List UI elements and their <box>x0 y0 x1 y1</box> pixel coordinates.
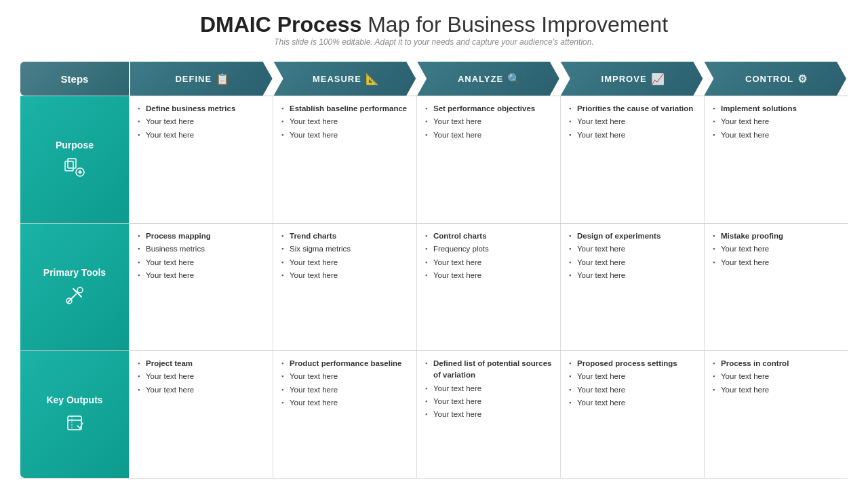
chevron-measure: MEASURE 📐 <box>274 62 416 96</box>
purpose-measure-cell: Establish baseline performance Your text… <box>273 96 416 223</box>
chevron-control-label: CONTROL ⚙ <box>745 73 808 85</box>
svg-point-8 <box>77 287 83 293</box>
outputs-row-header: Key Outputs <box>20 351 129 478</box>
analyze-label: ANALYZE <box>458 74 503 84</box>
purpose-icon <box>62 156 87 180</box>
tools-row-header: Primary Tools <box>20 224 129 350</box>
body-rows: Purpose Define business metrics Your tex… <box>20 96 848 479</box>
title-bold: DMAIC Process <box>200 12 361 37</box>
svg-rect-0 <box>65 161 73 171</box>
outputs-define-cell: Project team Your text here Your text he… <box>129 351 273 478</box>
chevron-improve: IMPROVE 📈 <box>561 62 703 96</box>
page-title: DMAIC Process Map for Business Improveme… <box>20 12 848 37</box>
steps-header: Steps <box>20 62 129 96</box>
outputs-icon <box>62 411 87 435</box>
title-area: DMAIC Process Map for Business Improveme… <box>20 12 848 59</box>
tools-define-cell: Process mapping Business metrics Your te… <box>129 224 273 350</box>
title-normal: Map for Business Improvement <box>361 12 668 37</box>
chevron-control: CONTROL ⚙ <box>704 62 846 96</box>
chevron-improve-label: IMPROVE 📈 <box>601 73 665 85</box>
table-wrapper: Steps DEFINE 📋 MEASURE 📐 <box>20 62 848 479</box>
outputs-control-cell: Process in control Your text here Your t… <box>704 351 848 478</box>
purpose-improve-cell: Priorities the cause of variation Your t… <box>560 96 704 223</box>
outputs-label: Key Outputs <box>46 394 102 405</box>
improve-label: IMPROVE <box>601 74 647 84</box>
outputs-measure-cell: Product performance baseline Your text h… <box>273 351 416 478</box>
purpose-analyze-cell: Set performance objectives Your text her… <box>416 96 560 223</box>
improve-icon: 📈 <box>651 73 665 85</box>
tools-improve-cell: Design of experiments Your text here You… <box>560 224 704 350</box>
tools-control-cell: Mistake proofing Your text here Your tex… <box>704 224 848 350</box>
control-icon: ⚙ <box>797 73 808 85</box>
purpose-control-cell: Implement solutions Your text here Your … <box>704 96 848 223</box>
chevron-analyze: ANALYZE 🔍 <box>417 62 559 96</box>
measure-icon: 📐 <box>366 73 380 85</box>
tools-icon <box>62 283 87 308</box>
header-row: Steps DEFINE 📋 MEASURE 📐 <box>20 62 848 96</box>
purpose-row-header: Purpose <box>20 96 129 223</box>
chevron-measure-label: MEASURE 📐 <box>313 73 380 85</box>
subtitle: This slide is 100% editable. Adapt it to… <box>20 37 848 47</box>
tools-measure-cell: Trend charts Six sigma metrics Your text… <box>273 224 416 350</box>
analyze-icon: 🔍 <box>507 73 521 85</box>
purpose-row: Purpose Define business metrics Your tex… <box>20 96 848 223</box>
measure-label: MEASURE <box>313 74 361 84</box>
purpose-label: Purpose <box>56 140 94 150</box>
define-icon: 📋 <box>216 73 230 85</box>
chevron-define-label: DEFINE 📋 <box>175 73 230 85</box>
outputs-row: Key Outputs Project team Your text here … <box>20 350 848 479</box>
chevron-analyze-label: ANALYZE 🔍 <box>458 73 521 85</box>
svg-rect-1 <box>68 159 76 168</box>
tools-label: Primary Tools <box>43 267 106 278</box>
page: DMAIC Process Map for Business Improveme… <box>0 0 868 488</box>
purpose-define-cell: Define business metrics Your text here Y… <box>129 96 273 223</box>
outputs-improve-cell: Proposed process settings Your text here… <box>560 351 704 478</box>
define-label: DEFINE <box>175 74 212 84</box>
control-label: CONTROL <box>745 74 793 84</box>
chevron-define: DEFINE 📋 <box>130 62 273 96</box>
tools-row: Primary Tools Process mapping Business m… <box>20 223 848 350</box>
steps-label: Steps <box>61 73 89 85</box>
tools-analyze-cell: Control charts Frequency plots Your text… <box>416 224 560 350</box>
outputs-analyze-cell: Defined list of potential sources of var… <box>416 351 560 478</box>
